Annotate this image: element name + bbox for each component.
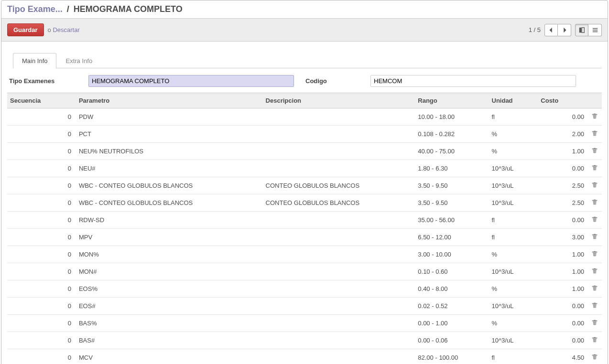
col-parametro[interactable]: Parametro bbox=[76, 93, 263, 108]
delete-row-button[interactable] bbox=[591, 217, 598, 224]
cell-rango: 0.00 - 0.06 bbox=[415, 332, 489, 349]
cell-rango: 0.02 - 0.52 bbox=[415, 298, 489, 315]
codigo-label: Codigo bbox=[294, 77, 370, 85]
col-secuencia[interactable]: Secuencia bbox=[7, 93, 76, 108]
tipo-examenes-input[interactable] bbox=[88, 75, 294, 87]
col-rango[interactable]: Rango bbox=[415, 93, 489, 108]
table-row[interactable]: 0WBC - CONTEO GLOBULOS BLANCOSCONTEO GLO… bbox=[7, 194, 602, 212]
delete-row-button[interactable] bbox=[591, 320, 598, 327]
cell-unidad: 10^3/uL bbox=[489, 298, 538, 315]
cell-unidad: % bbox=[489, 280, 538, 298]
cell-descripcion bbox=[263, 143, 415, 160]
cell-unidad: % bbox=[489, 246, 538, 263]
delete-row-button[interactable] bbox=[591, 251, 598, 258]
trash-icon bbox=[591, 130, 598, 137]
cell-parametro: MON% bbox=[76, 246, 263, 263]
cell-parametro: EOS# bbox=[76, 298, 263, 315]
cell-descripcion bbox=[263, 212, 415, 229]
table-row[interactable]: 0WBC - CONTEO GLOBULOS BLANCOSCONTEO GLO… bbox=[7, 177, 602, 194]
pager-next-button[interactable] bbox=[558, 24, 571, 36]
cell-rango: 1.80 - 6.30 bbox=[415, 160, 489, 177]
list-view-button[interactable] bbox=[588, 24, 602, 36]
cell-secuencia: 0 bbox=[7, 108, 76, 126]
cell-parametro: BAS% bbox=[76, 315, 263, 332]
cell-rango: 40.00 - 75.00 bbox=[415, 143, 489, 160]
col-costo[interactable]: Costo bbox=[538, 93, 587, 108]
cell-parametro: PCT bbox=[76, 126, 263, 143]
cell-rango: 82.00 - 100.00 bbox=[415, 349, 489, 364]
cell-costo: 0.00 bbox=[538, 160, 587, 177]
cell-descripcion: CONTEO GLOBULOS BLANCOS bbox=[263, 194, 415, 212]
delete-row-button[interactable] bbox=[591, 165, 598, 172]
tab-extra-info[interactable]: Extra Info bbox=[56, 53, 101, 68]
delete-row-button[interactable] bbox=[591, 234, 598, 241]
cell-parametro: NEU% NEUTROFILOS bbox=[76, 143, 263, 160]
pager-prev-button[interactable] bbox=[544, 24, 558, 36]
table-row[interactable]: 0MPV6.50 - 12.00fl3.00 bbox=[7, 229, 602, 246]
svg-rect-0 bbox=[579, 27, 581, 32]
delete-row-button[interactable] bbox=[591, 114, 598, 121]
cell-secuencia: 0 bbox=[7, 246, 76, 263]
cell-parametro: BAS# bbox=[76, 332, 263, 349]
delete-row-button[interactable] bbox=[591, 354, 598, 362]
table-row[interactable]: 0MCV82.00 - 100.00fl4.50 bbox=[7, 349, 602, 364]
delete-row-button[interactable] bbox=[591, 131, 598, 138]
delete-row-button[interactable] bbox=[591, 303, 598, 310]
cell-descripcion bbox=[263, 280, 415, 298]
trash-icon bbox=[591, 233, 598, 240]
delete-row-button[interactable] bbox=[591, 148, 598, 155]
breadcrumb-separator: / bbox=[67, 4, 69, 14]
cell-unidad: 10^3/uL bbox=[489, 263, 538, 280]
col-unidad[interactable]: Unidad bbox=[489, 93, 538, 108]
save-button[interactable]: Guardar bbox=[7, 23, 44, 36]
delete-row-button[interactable] bbox=[591, 200, 598, 207]
cell-unidad: 10^3/uL bbox=[489, 332, 538, 349]
cell-descripcion bbox=[263, 108, 415, 126]
trash-icon bbox=[591, 216, 598, 223]
cell-secuencia: 0 bbox=[7, 212, 76, 229]
table-row[interactable]: 0BAS#0.00 - 0.0610^3/uL0.00 bbox=[7, 332, 602, 349]
trash-icon bbox=[591, 336, 598, 343]
cell-secuencia: 0 bbox=[7, 177, 76, 194]
cell-descripcion: CONTEO GLOBULOS BLANCOS bbox=[263, 177, 415, 194]
arrow-right-icon bbox=[561, 27, 568, 33]
delete-row-button[interactable] bbox=[591, 182, 598, 190]
table-row[interactable]: 0PCT0.108 - 0.282%2.00 bbox=[7, 126, 602, 143]
form-view-button[interactable] bbox=[575, 24, 588, 36]
table-row[interactable]: 0MON#0.10 - 0.6010^3/uL1.00 bbox=[7, 263, 602, 280]
table-row[interactable]: 0EOS#0.02 - 0.5210^3/uL0.00 bbox=[7, 298, 602, 315]
cell-costo: 4.50 bbox=[538, 349, 587, 364]
cell-rango: 3.50 - 9.50 bbox=[415, 194, 489, 212]
cell-parametro: PDW bbox=[76, 108, 263, 126]
trash-icon bbox=[591, 164, 598, 171]
cell-descripcion bbox=[263, 160, 415, 177]
table-row[interactable]: 0MON%3.00 - 10.00%1.00 bbox=[7, 246, 602, 263]
cell-descripcion bbox=[263, 263, 415, 280]
table-row[interactable]: 0RDW-SD35.00 - 56.00fl0.00 bbox=[7, 212, 602, 229]
cell-rango: 10.00 - 18.00 bbox=[415, 108, 489, 126]
table-row[interactable]: 0NEU#1.80 - 6.3010^3/uL0.00 bbox=[7, 160, 602, 177]
cell-unidad: % bbox=[489, 315, 538, 332]
col-delete bbox=[587, 93, 602, 108]
cell-descripcion bbox=[263, 229, 415, 246]
table-row[interactable]: 0PDW10.00 - 18.00fl0.00 bbox=[7, 108, 602, 126]
col-descripcion[interactable]: Descripcion bbox=[263, 93, 415, 108]
breadcrumb-parent-link[interactable]: Tipo Exame... bbox=[7, 4, 63, 14]
trash-icon bbox=[591, 319, 598, 326]
cell-parametro: EOS% bbox=[76, 280, 263, 298]
cell-rango: 6.50 - 12.00 bbox=[415, 229, 489, 246]
delete-row-button[interactable] bbox=[591, 268, 598, 276]
table-row[interactable]: 0NEU% NEUTROFILOS40.00 - 75.00%1.00 bbox=[7, 143, 602, 160]
cell-secuencia: 0 bbox=[7, 263, 76, 280]
cell-costo: 0.00 bbox=[538, 332, 587, 349]
table-row[interactable]: 0EOS%0.40 - 8.00%1.00 bbox=[7, 280, 602, 298]
list-view-icon bbox=[592, 27, 598, 33]
delete-row-button[interactable] bbox=[591, 337, 598, 344]
codigo-input[interactable] bbox=[370, 75, 576, 87]
delete-row-button[interactable] bbox=[591, 286, 598, 293]
tab-main-info[interactable]: Main Info bbox=[13, 53, 56, 68]
table-row[interactable]: 0BAS%0.00 - 1.00%0.00 bbox=[7, 315, 602, 332]
trash-icon bbox=[591, 199, 598, 205]
discard-link[interactable]: Descartar bbox=[53, 26, 79, 33]
cell-unidad: fl bbox=[489, 349, 538, 364]
